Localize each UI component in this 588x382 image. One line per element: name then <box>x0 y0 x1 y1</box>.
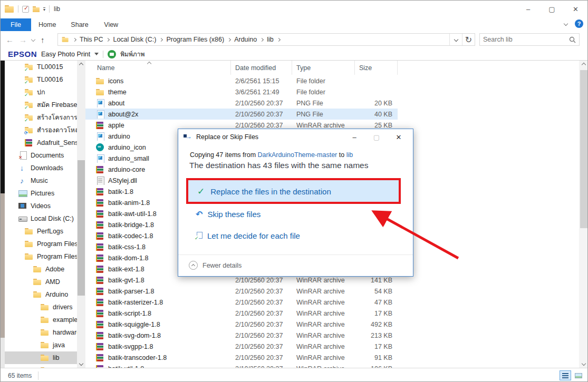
file-row[interactable]: batik-rasterizer-1.82/10/2560 20:37WinRA… <box>85 297 398 308</box>
winrar-file-icon <box>96 331 104 340</box>
column-header-type[interactable]: Type <box>292 61 355 75</box>
expand-ribbon-icon[interactable] <box>564 22 568 26</box>
details-view-button[interactable] <box>560 370 571 380</box>
breadcrumb-item[interactable]: lib <box>267 36 274 43</box>
sidebar-item-srang-khrongkan-fire[interactable]: ✓สร้างโครงการ Fire <box>5 111 77 124</box>
fewer-details-toggle[interactable]: Fewer details <box>189 261 242 270</box>
destination-folder-link: lib <box>346 151 353 159</box>
file-row[interactable]: batik-transcoder-1.82/10/2560 20:37WinRA… <box>85 352 398 363</box>
sidebar-item-program-files-x86[interactable]: Program Files ( <box>5 250 77 263</box>
breadcrumb-item[interactable]: Local Disk (C:) <box>113 36 156 43</box>
scroll-up-icon[interactable] <box>77 61 85 69</box>
sidebar-item-java[interactable]: java <box>5 339 77 351</box>
scrollbar-thumb[interactable] <box>580 70 587 228</box>
file-row[interactable]: theme3/6/2561 21:49File folder <box>85 86 398 97</box>
filelist-scrollbar[interactable] <box>579 61 588 368</box>
recent-locations-icon[interactable] <box>31 37 35 42</box>
file-row[interactable]: batik-parser-1.82/10/2560 20:37WinRAR ar… <box>85 286 398 297</box>
type-cell: WinRAR archive <box>292 321 355 328</box>
date-modified-cell: 2/10/2560 20:37 <box>231 343 292 350</box>
sidebar-item-tl00016[interactable]: ✓TL00016 <box>5 73 77 86</box>
sidebar-item-lib[interactable]: lib <box>5 351 77 364</box>
scroll-down-icon[interactable] <box>77 359 85 368</box>
sidebar-item-adafruit-sensor[interactable]: Adafruit_Senso <box>5 136 77 149</box>
forward-icon[interactable]: → <box>19 35 27 44</box>
sidebar-item-arduino[interactable]: Arduino <box>5 288 77 301</box>
up-icon[interactable]: ↑ <box>41 35 45 44</box>
scroll-up-icon[interactable] <box>579 61 588 69</box>
minimize-button[interactable]: – <box>516 1 540 17</box>
new-folder-icon[interactable] <box>33 6 40 12</box>
sidebar-item-amd[interactable]: AMD <box>5 276 77 288</box>
breadcrumb: This PCLocal Disk (C:)Program Files (x86… <box>58 34 449 45</box>
check-badge-icon: ✓ <box>24 93 29 97</box>
sidebar-item-examples[interactable]: examples <box>5 314 77 326</box>
breadcrumb-item[interactable]: Arduino <box>234 36 257 43</box>
tab-file[interactable]: File <box>1 18 31 31</box>
decide-each-option[interactable]: Let me decide for each file <box>195 231 300 240</box>
sidebar-item-adobe[interactable]: Adobe <box>5 263 77 276</box>
dialog-minimize-button[interactable]: – <box>343 129 365 145</box>
source-folder-link: DarkArduinoTheme-master <box>258 151 338 159</box>
scrollbar-thumb[interactable] <box>78 160 85 296</box>
help-icon[interactable]: ? <box>575 19 583 28</box>
customize-toolbar-icon[interactable]: ▾ <box>43 7 45 11</box>
sidebar-item-documents[interactable]: Documents <box>5 149 77 162</box>
epson-print-label[interactable]: พิมพ์ภาพ <box>120 49 144 59</box>
dialog-close-button[interactable]: ✕ <box>388 129 410 145</box>
thumbnails-view-button[interactable] <box>573 370 584 380</box>
file-row[interactable]: batik-script-1.82/10/2560 20:37WinRAR ar… <box>85 308 398 319</box>
sidebar-item-hardware[interactable]: hardware <box>5 326 77 339</box>
breadcrumb-item[interactable]: Program Files (x86) <box>166 36 224 43</box>
sync-badge-icon: ⟳ <box>24 131 28 135</box>
sidebar-item-local-disk-c[interactable]: Local Disk (C:) <box>5 212 77 225</box>
file-row[interactable]: batik-svgpp-1.82/10/2560 20:37WinRAR arc… <box>85 341 398 352</box>
breadcrumb-separator-icon <box>73 37 76 41</box>
file-row[interactable]: about@2x2/10/2560 20:37PNG File40 KB <box>85 109 398 120</box>
sidebar-item-samak-firebase[interactable]: ✓สมัค Firebase <box>5 99 77 111</box>
scroll-down-icon[interactable] <box>579 359 588 368</box>
breadcrumb-item[interactable]: This PC <box>80 36 103 43</box>
sidebar-item-libraries[interactable]: libraries <box>5 364 77 368</box>
type-cell: WinRAR archive <box>292 310 355 317</box>
file-row[interactable]: batik-util-1.82/10/2560 20:37WinRAR arch… <box>85 363 398 368</box>
search-box[interactable] <box>479 33 580 46</box>
column-header-name[interactable]: Name <box>85 61 231 75</box>
sidebar-item-downloads[interactable]: Downloads <box>5 162 77 174</box>
file-row[interactable]: about2/10/2560 20:37PNG File20 KB <box>85 97 398 109</box>
column-header-date-modified[interactable]: Date modified <box>231 61 292 75</box>
file-row[interactable]: batik-squiggle-1.82/10/2560 20:37WinRAR … <box>85 319 398 330</box>
skip-files-option[interactable]: ↶ Skip these files <box>196 210 261 219</box>
properties-icon[interactable] <box>22 6 29 13</box>
close-button[interactable]: ✕ <box>564 1 587 17</box>
refresh-icon[interactable]: ↻ <box>462 34 475 45</box>
sidebar-item-samrong-download[interactable]: ⟳สำรองดาวโหลด <box>5 124 77 136</box>
column-header-size[interactable]: Size <box>355 61 398 75</box>
sidebar-item-perflogs[interactable]: PerfLogs <box>5 225 77 238</box>
sidebar-item-pok[interactable]: ✓ปก <box>5 86 77 99</box>
epson-dropdown-icon[interactable] <box>94 53 99 55</box>
sidebar-item-videos[interactable]: Videos <box>5 200 77 212</box>
maximize-button[interactable]: ▢ <box>540 1 564 17</box>
sidebar-item-pictures[interactable]: Pictures <box>5 187 77 200</box>
search-input[interactable] <box>483 36 569 43</box>
sidebar-item-drivers[interactable]: drivers <box>5 301 77 314</box>
address-bar[interactable]: This PCLocal Disk (C:)Program Files (x86… <box>57 33 475 46</box>
file-row[interactable]: batik-svg-dom-1.82/10/2560 20:37WinRAR a… <box>85 330 398 341</box>
epson-print-icon[interactable] <box>108 50 116 58</box>
tab-home[interactable]: Home <box>31 18 63 31</box>
collapse-details-icon <box>189 261 198 270</box>
tab-view[interactable]: View <box>96 18 127 31</box>
file-row[interactable]: icons2/6/2561 15:15File folder <box>85 75 398 86</box>
winrar-file-icon <box>96 199 104 207</box>
address-dropdown-icon[interactable] <box>449 34 462 45</box>
back-icon[interactable]: ← <box>6 35 14 44</box>
type-cell: WinRAR archive <box>292 277 355 284</box>
sidebar-scrollbar[interactable] <box>77 61 85 368</box>
sidebar-item-tl00015[interactable]: ✓TL00015 <box>5 61 77 73</box>
tab-share[interactable]: Share <box>63 18 95 31</box>
sidebar-item-program-files[interactable]: Program Files <box>5 238 77 250</box>
epson-app-label[interactable]: Easy Photo Print <box>41 51 90 58</box>
download-icon <box>18 164 27 172</box>
sidebar-item-music[interactable]: Music <box>5 174 77 187</box>
